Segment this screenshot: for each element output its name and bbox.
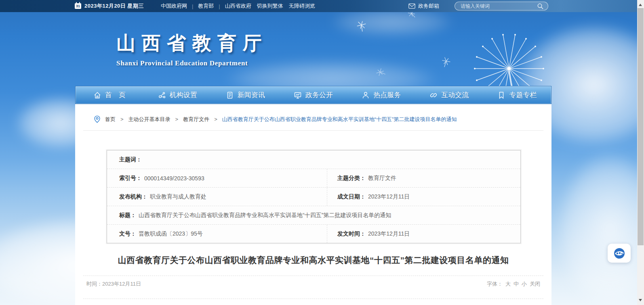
content-panel: 首页 > 主动公开基本目录 > 教育厅文件 > 山西省教育厅关于公布山西省职业教… [75, 104, 551, 305]
font-size-large-button[interactable]: 大 [505, 281, 511, 287]
cloud-decoration [558, 153, 637, 305]
accessibility-link[interactable]: 无障碍浏览 [289, 2, 315, 10]
field-value-written-date: 2023年12月11日 [368, 193, 410, 201]
breadcrumb-documents[interactable]: 教育厅文件 [183, 116, 209, 123]
nav-item-hot-services[interactable]: 热点服务 [347, 90, 415, 100]
nav-label: 专题专栏 [509, 90, 537, 100]
link-shanxi-gov[interactable]: 山西省政府 [225, 2, 251, 10]
field-label-written-date: 成文日期： [337, 193, 366, 201]
scrollbar-down-arrow[interactable] [639, 299, 642, 301]
field-value-issuing-agency: 职业教育与成人教育处 [150, 193, 206, 201]
field-label-index-number: 索引号： [119, 175, 142, 182]
article-title: 山西省教育厅关于公布山西省职业教育品牌专业和高水平实训基地“十四五”第二批建设项… [75, 255, 551, 266]
link-separator: | [192, 3, 193, 9]
link-ministry-education[interactable]: 教育部 [198, 2, 214, 10]
field-value-issue-time: 2023年12月11日 [368, 230, 410, 238]
site-title: 山西省教育厅 [116, 31, 268, 56]
close-button[interactable]: 关闭 [530, 281, 540, 287]
breadcrumb-separator: > [214, 116, 217, 122]
time-label: 时间： [86, 281, 102, 287]
field-label-issuing-agency: 发布机构： [119, 193, 147, 201]
floating-service-button[interactable] [608, 244, 631, 263]
table-row: 标题： 山西省教育厅关于公布山西省职业教育品牌专业和高水平实训基地“十四五”第二… [107, 206, 520, 224]
page-background: 31 2023年12月20日 星期三 中国政府网 | 教育部 | 山西省政府 切… [0, 0, 637, 305]
bookmark-icon [497, 91, 505, 99]
field-value-index-number: 000014349/2023-30593 [144, 175, 204, 182]
gov-mailbox-link[interactable]: 政务邮箱 [408, 2, 439, 10]
font-size-controls: 字体：大中小关闭 [487, 280, 540, 288]
field-label-title: 标题： [119, 212, 136, 219]
nav-item-organization[interactable]: 机构设置 [143, 90, 211, 100]
document-info-table: 主题词： 索引号： 000014349/2023-30593 主题分类： 教育厅… [107, 150, 521, 243]
table-row: 索引号： 000014349/2023-30593 主题分类： 教育厅文件 [107, 169, 520, 187]
current-date: 2023年12月20日 星期三 [84, 2, 144, 10]
breadcrumb-separator: > [120, 116, 124, 122]
article-meta-bar: 时间：2023年12月11日 字体：大中小关闭 [83, 276, 543, 288]
scrollbar-up-arrow[interactable] [639, 4, 642, 6]
link-chain-icon [429, 91, 438, 99]
site-search-box [455, 2, 548, 10]
nav-item-gov-disclosure[interactable]: 政务公开 [279, 90, 347, 100]
site-logo[interactable]: 山西省教育厅 Shanxi Provincial Education Depar… [116, 31, 268, 67]
dandelion-seed-icon [438, 54, 453, 69]
gov-mailbox-label: 政务邮箱 [418, 2, 439, 10]
link-separator: | [219, 3, 220, 9]
field-label-subject-words: 主题词： [119, 156, 142, 163]
breadcrumb-catalog[interactable]: 主动公开基本目录 [128, 116, 170, 123]
font-size-small-button[interactable]: 小 [522, 281, 527, 287]
table-row: 文号： 晋教职成函〔2023〕95号 发文时间： 2023年12月11日 [107, 224, 520, 243]
nav-label: 热点服务 [373, 90, 401, 100]
table-row: 主题词： [107, 150, 520, 169]
article-body-divider [83, 299, 543, 299]
traditional-chinese-toggle[interactable]: 切换到繁体 [257, 2, 283, 10]
breadcrumb-current-page: 山西省教育厅关于公布山西省职业教育品牌专业和高水平实训基地“十四五”第二批建设项… [222, 116, 457, 123]
org-structure-icon [158, 91, 166, 99]
nav-item-special-topics[interactable]: 专题专栏 [483, 90, 551, 100]
font-size-medium-button[interactable]: 中 [514, 281, 519, 287]
nav-label: 机构设置 [170, 90, 197, 100]
calendar-icon: 31 [75, 3, 81, 9]
field-value-subject-category: 教育厅文件 [368, 175, 396, 182]
top-utility-bar: 31 2023年12月20日 星期三 中国政府网 | 教育部 | 山西省政府 切… [0, 0, 637, 12]
envelope-icon [408, 3, 415, 9]
main-navigation: 首 页 机构设置 新闻资讯 政务公开 热点服务 互动交流 专题专栏 [75, 86, 551, 104]
time-value: 2023年12月11日 [102, 281, 141, 287]
news-doc-icon [226, 91, 234, 99]
nav-label: 新闻资讯 [238, 90, 265, 100]
nav-label: 首 页 [105, 90, 126, 100]
nav-item-interaction[interactable]: 互动交流 [415, 90, 483, 100]
table-row: 发布机构： 职业教育与成人教育处 成文日期： 2023年12月11日 [107, 187, 520, 206]
nav-label: 互动交流 [441, 90, 469, 100]
field-value-doc-number: 晋教职成函〔2023〕95号 [139, 230, 203, 238]
font-size-label: 字体： [487, 281, 503, 287]
field-value-title: 山西省教育厅关于公布山西省职业教育品牌专业和高水平实训基地“十四五”第二批建设项… [139, 212, 391, 219]
person-icon [362, 91, 370, 99]
location-pin-icon [93, 115, 101, 123]
nav-item-news[interactable]: 新闻资讯 [211, 90, 279, 100]
presentation-board-icon [294, 91, 302, 99]
field-label-subject-category: 主题分类： [337, 175, 366, 182]
service-logo-icon [613, 247, 626, 260]
field-label-issue-time: 发文时间： [337, 230, 366, 238]
search-icon[interactable] [537, 3, 544, 10]
search-input[interactable] [455, 3, 537, 9]
nav-label: 政务公开 [305, 90, 333, 100]
scrollbar [637, 0, 644, 305]
breadcrumb-home[interactable]: 首页 [105, 116, 116, 123]
field-label-doc-number: 文号： [119, 230, 136, 238]
breadcrumb: 首页 > 主动公开基本目录 > 教育厅文件 > 山西省教育厅关于公布山西省职业教… [75, 104, 551, 123]
home-icon [93, 91, 101, 99]
site-subtitle: Shanxi Provincial Education Department [116, 59, 268, 67]
nav-item-home[interactable]: 首 页 [76, 90, 143, 100]
article-time: 时间：2023年12月11日 [86, 280, 141, 288]
cloud-decoration [331, 8, 452, 36]
breadcrumb-divider [83, 130, 543, 131]
link-china-gov[interactable]: 中国政府网 [161, 2, 187, 10]
scrollbar-thumb[interactable] [638, 8, 644, 245]
breadcrumb-separator: > [175, 116, 179, 122]
